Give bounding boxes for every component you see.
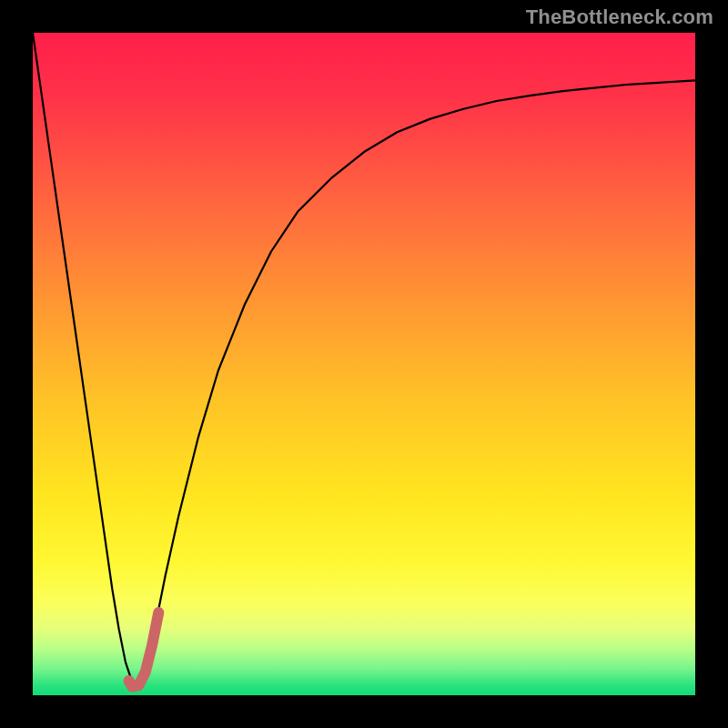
chart-frame: TheBottleneck.com [0,0,728,728]
bottleneck-curve [33,33,695,689]
plot-area [33,33,695,695]
chart-canvas [33,33,695,695]
credit-text: TheBottleneck.com [526,5,713,29]
highlight-mark [129,612,159,687]
